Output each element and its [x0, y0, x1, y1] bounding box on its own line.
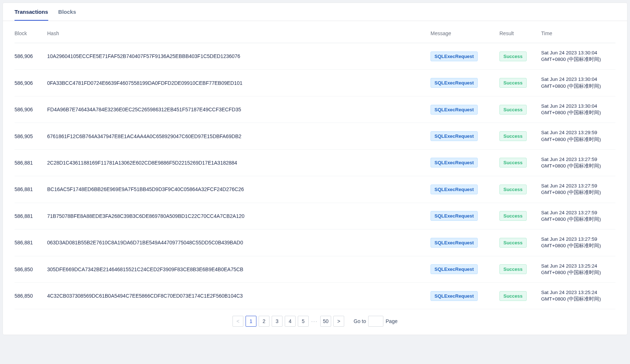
table-row: 586,9056761861F12C6B764A347947E8E1AC4AA4… — [15, 123, 615, 149]
tab-blocks[interactable]: Blocks — [58, 3, 76, 21]
cell-message: SQLExecRequest — [431, 123, 499, 149]
cell-message: SQLExecRequest — [431, 229, 499, 256]
page-prev-button[interactable]: < — [232, 316, 243, 327]
cell-hash[interactable]: 6761861F12C6B764A347947E8E1AC4AA4A0C6589… — [47, 123, 431, 149]
header-result: Result — [499, 21, 541, 43]
result-badge: Success — [499, 131, 527, 141]
goto-container: Go to Page — [354, 316, 398, 327]
cell-hash[interactable]: 0FA33BCC4781FD0724E6639F4607558199DA0FDF… — [47, 70, 431, 96]
cell-block[interactable]: 586,906 — [15, 96, 47, 123]
message-badge: SQLExecRequest — [431, 185, 478, 194]
time-line-1: Sat Jun 24 2023 13:25:24 — [541, 289, 615, 296]
message-badge: SQLExecRequest — [431, 238, 478, 248]
cell-block[interactable]: 586,881 — [15, 149, 47, 176]
cell-time: Sat Jun 24 2023 13:30:04GMT+0800 (中国标准时间… — [541, 70, 615, 96]
cell-block[interactable]: 586,906 — [15, 70, 47, 96]
table-row: 586,906FD4A96B7E746434A784E3236E0EC25C26… — [15, 96, 615, 123]
cell-time: Sat Jun 24 2023 13:25:24GMT+0800 (中国标准时间… — [541, 282, 615, 309]
time-line-2: GMT+0800 (中国标准时间) — [541, 56, 615, 63]
time-line-1: Sat Jun 24 2023 13:30:04 — [541, 76, 615, 83]
cell-block[interactable]: 586,850 — [15, 256, 47, 282]
cell-hash[interactable]: 4C32CB037308569DC61B0A5494C7EE5866CDF8C7… — [47, 282, 431, 309]
cell-block[interactable]: 586,906 — [15, 43, 47, 70]
time-line-2: GMT+0800 (中国标准时间) — [541, 109, 615, 116]
tab-transactions[interactable]: Transactions — [15, 3, 48, 21]
page-ellipsis: ··· — [311, 318, 318, 324]
cell-hash[interactable]: 10A29604105ECCFE5E71FAF52B740407F57F9136… — [47, 43, 431, 70]
time-line-2: GMT+0800 (中国标准时间) — [541, 243, 615, 249]
main-card: Transactions Blocks Block Hash Message R… — [3, 3, 627, 335]
cell-time: Sat Jun 24 2023 13:27:59GMT+0800 (中国标准时间… — [541, 176, 615, 203]
cell-block[interactable]: 586,850 — [15, 282, 47, 309]
table-row: 586,881063D3AD081B55B2E7610C8A19DA6D71BE… — [15, 229, 615, 256]
cell-result: Success — [499, 96, 541, 123]
cell-message: SQLExecRequest — [431, 203, 499, 229]
time-line-1: Sat Jun 24 2023 13:30:04 — [541, 103, 615, 109]
cell-time: Sat Jun 24 2023 13:29:59GMT+0800 (中国标准时间… — [541, 123, 615, 149]
time-line-2: GMT+0800 (中国标准时间) — [541, 136, 615, 143]
time-line-1: Sat Jun 24 2023 13:27:59 — [541, 236, 615, 243]
page-button-1[interactable]: 1 — [246, 316, 256, 327]
cell-hash[interactable]: 2C28D1C4361188169F11781A13062E602CD8E988… — [47, 149, 431, 176]
page-last-button[interactable]: 50 — [320, 316, 331, 327]
cell-block[interactable]: 586,881 — [15, 229, 47, 256]
result-badge: Success — [499, 185, 527, 194]
cell-result: Success — [499, 203, 541, 229]
page-button-2[interactable]: 2 — [259, 316, 269, 327]
cell-message: SQLExecRequest — [431, 96, 499, 123]
cell-message: SQLExecRequest — [431, 70, 499, 96]
cell-block[interactable]: 586,905 — [15, 123, 47, 149]
page-button-3[interactable]: 3 — [272, 316, 283, 327]
table-row: 586,90610A29604105ECCFE5E71FAF52B740407F… — [15, 43, 615, 70]
cell-hash[interactable]: 305DFE669DCA7342BE214646815521C24CED2F39… — [47, 256, 431, 282]
table-row: 586,9060FA33BCC4781FD0724E6639F460755819… — [15, 70, 615, 96]
cell-message: SQLExecRequest — [431, 282, 499, 309]
cell-message: SQLExecRequest — [431, 149, 499, 176]
cell-hash[interactable]: BC16AC5F1748ED6BB26E969E9A7F51BB45D9D3F9… — [47, 176, 431, 203]
cell-result: Success — [499, 282, 541, 309]
page-button-4[interactable]: 4 — [285, 316, 296, 327]
result-badge: Success — [499, 211, 527, 221]
cell-block[interactable]: 586,881 — [15, 203, 47, 229]
transactions-table: Block Hash Message Result Time 586,90610… — [15, 21, 615, 309]
cell-result: Success — [499, 256, 541, 282]
message-badge: SQLExecRequest — [431, 158, 478, 167]
chevron-right-icon: > — [337, 319, 340, 324]
header-hash: Hash — [47, 21, 431, 43]
content-area: Block Hash Message Result Time 586,90610… — [3, 21, 627, 335]
goto-label-pre: Go to — [354, 318, 366, 324]
cell-message: SQLExecRequest — [431, 43, 499, 70]
message-badge: SQLExecRequest — [431, 78, 478, 88]
cell-block[interactable]: 586,881 — [15, 176, 47, 203]
cell-result: Success — [499, 123, 541, 149]
time-line-1: Sat Jun 24 2023 13:27:59 — [541, 183, 615, 189]
cell-result: Success — [499, 149, 541, 176]
chevron-left-icon: < — [236, 319, 239, 324]
cell-message: SQLExecRequest — [431, 256, 499, 282]
header-time: Time — [541, 21, 615, 43]
message-badge: SQLExecRequest — [431, 51, 478, 61]
result-badge: Success — [499, 264, 527, 274]
result-badge: Success — [499, 78, 527, 88]
message-badge: SQLExecRequest — [431, 291, 478, 301]
table-row: 586,8504C32CB037308569DC61B0A5494C7EE586… — [15, 282, 615, 309]
cell-hash[interactable]: 063D3AD081B55B2E7610C8A19DA6D71BE549A447… — [47, 229, 431, 256]
goto-input[interactable] — [368, 316, 383, 327]
time-line-2: GMT+0800 (中国标准时间) — [541, 83, 615, 90]
cell-hash[interactable]: 71B75078BFE8A88EDE3FA268C39B3C6DE869780A… — [47, 203, 431, 229]
message-badge: SQLExecRequest — [431, 211, 478, 221]
page-next-button[interactable]: > — [333, 316, 344, 327]
cell-result: Success — [499, 70, 541, 96]
time-line-2: GMT+0800 (中国标准时间) — [541, 189, 615, 196]
page-button-5[interactable]: 5 — [298, 316, 309, 327]
cell-message: SQLExecRequest — [431, 176, 499, 203]
cell-result: Success — [499, 43, 541, 70]
time-line-1: Sat Jun 24 2023 13:27:59 — [541, 210, 615, 216]
message-badge: SQLExecRequest — [431, 131, 478, 141]
tabs-bar: Transactions Blocks — [3, 3, 627, 21]
table-row: 586,88171B75078BFE8A88EDE3FA268C39B3C6DE… — [15, 203, 615, 229]
message-badge: SQLExecRequest — [431, 105, 478, 115]
cell-hash[interactable]: FD4A96B7E746434A784E3236E0EC25C265986312… — [47, 96, 431, 123]
result-badge: Success — [499, 158, 527, 167]
cell-result: Success — [499, 229, 541, 256]
